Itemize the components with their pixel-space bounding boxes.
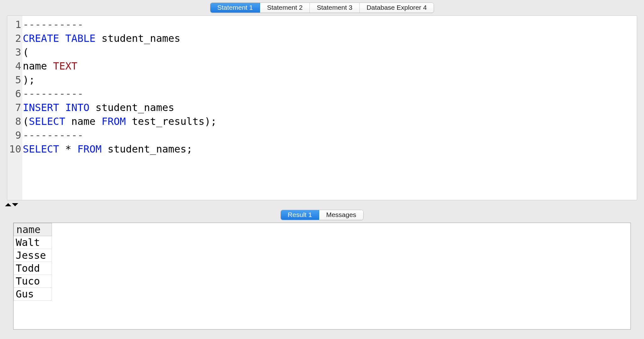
table-row[interactable]: Tuco [14,275,52,288]
table-row[interactable]: Gus [14,288,52,301]
line-number: 4 [9,59,21,73]
statement-tabbar: Statement 1 Statement 2 Statement 3 Data… [0,0,644,15]
line-number: 1 [9,18,21,31]
column-header[interactable]: name [14,223,52,236]
tab-messages[interactable]: Messages [319,210,363,220]
code-token: INSERT INTO [23,102,90,114]
code-token: SELECT [23,143,59,155]
results-tabbar: Result 1 Messages [0,209,644,223]
line-number: 10 [9,142,21,156]
code-token: ); [23,74,35,86]
table-cell[interactable]: Todd [14,262,52,275]
line-number: 5 [9,73,21,87]
tab-statement-2[interactable]: Statement 2 [260,3,310,13]
code-token: name [23,60,53,72]
code-line[interactable]: name TEXT [23,59,635,73]
code-line[interactable]: ---------- [23,18,635,31]
code-token: student_names; [102,143,192,155]
table-cell[interactable]: Gus [14,288,52,301]
code-line[interactable]: INSERT INTO student_names [23,101,635,114]
table-row[interactable]: Walt [14,236,52,249]
tab-statement-3[interactable]: Statement 3 [310,3,359,13]
collapse-down-icon [12,203,18,206]
line-number: 6 [9,87,21,101]
code-token: FROM [77,143,102,155]
code-token: FROM [102,115,126,127]
sql-editor[interactable]: ----------CREATE TABLE student_names(nam… [22,16,637,200]
sql-editor-panel: 12345678910 ----------CREATE TABLE stude… [7,15,637,200]
code-token: test_results); [126,115,217,127]
code-line[interactable]: ---------- [23,87,635,101]
tab-statement-1[interactable]: Statement 1 [210,3,260,13]
table-cell[interactable]: Tuco [14,275,52,288]
pane-splitter[interactable] [0,200,644,209]
results-table[interactable]: nameWaltJesseToddTucoGus [14,223,52,301]
table-row[interactable]: Todd [14,262,52,275]
code-token: ( [23,46,29,58]
code-line[interactable]: ---------- [23,128,635,142]
table-cell[interactable]: Walt [14,236,52,249]
code-line[interactable]: (SELECT name FROM test_results); [23,114,635,128]
line-number: 9 [9,128,21,142]
code-token: CREATE TABLE [23,32,96,44]
results-panel: nameWaltJesseToddTucoGus [13,223,631,330]
table-cell[interactable]: Jesse [14,249,52,262]
line-number: 7 [9,101,21,114]
code-line[interactable]: SELECT * FROM student_names; [23,142,635,156]
line-number: 3 [9,45,21,59]
code-token: SELECT [29,115,65,127]
statement-tabgroup: Statement 1 Statement 2 Statement 3 Data… [210,3,434,13]
results-tabgroup: Result 1 Messages [280,210,364,220]
code-token: TEXT [53,60,77,72]
code-token: ---------- [23,19,84,31]
code-token: student_names [96,32,180,44]
tab-result-1[interactable]: Result 1 [281,210,319,220]
line-number-gutter: 12345678910 [7,16,22,200]
code-token: ---------- [23,88,84,100]
code-token: * [59,143,77,155]
tab-database-explorer-4[interactable]: Database Explorer 4 [360,3,434,13]
line-number: 2 [9,31,21,45]
code-token: ( [23,115,29,127]
code-line[interactable]: CREATE TABLE student_names [23,31,635,45]
code-token: student_names [89,102,174,114]
line-number: 8 [9,114,21,128]
code-token: ---------- [23,129,84,141]
code-line[interactable]: ( [23,45,635,59]
table-row[interactable]: Jesse [14,249,52,262]
code-token: name [65,115,102,127]
collapse-up-icon [5,203,11,206]
code-line[interactable]: ); [23,73,635,87]
